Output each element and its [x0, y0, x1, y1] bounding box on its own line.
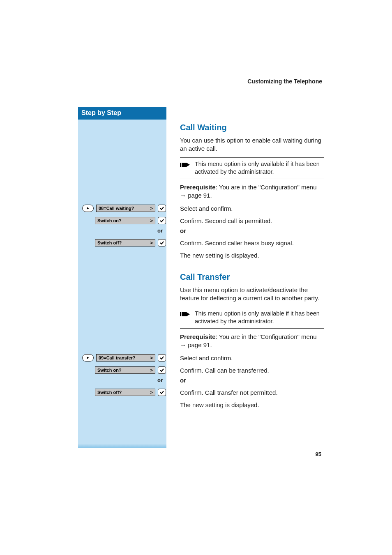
note-box: This menu option is only available if it…	[180, 307, 324, 329]
confirm-button[interactable]	[158, 217, 166, 224]
step-row: Switch on? >	[81, 216, 166, 225]
step-text: Select and confirm.	[180, 204, 324, 214]
chevron-icon: >	[150, 205, 153, 212]
phone-display: Switch on? >	[95, 366, 155, 374]
content-column: Call Waiting You can use this option to …	[180, 107, 324, 410]
phone-display: 08=Call waiting? >	[96, 205, 155, 212]
prereq-text: : You are in the "Configuration" menu	[216, 184, 317, 191]
sidebar-gradient	[78, 444, 166, 448]
prerequisite: Prerequisite: You are in the "Configurat…	[180, 181, 324, 204]
result-text: The new setting is displayed.	[180, 400, 324, 410]
step-row: 09=Call transfer? >	[81, 353, 166, 362]
note-text: This menu option is only available if it…	[195, 160, 324, 176]
step-row: Switch off? >	[81, 388, 166, 397]
note-arrow-icon	[180, 161, 191, 170]
svg-marker-7	[87, 357, 89, 359]
sidebar-title: Step by Step	[78, 107, 166, 120]
or-row: or	[81, 375, 166, 385]
result-text: The new setting is displayed.	[180, 251, 324, 260]
or-row: or	[81, 226, 166, 235]
step-row: Switch off? >	[81, 238, 166, 247]
chevron-icon: >	[150, 355, 153, 361]
arrow-icon: →	[180, 192, 186, 199]
section-title-call-transfer: Call Transfer	[180, 260, 324, 284]
confirm-button[interactable]	[158, 205, 166, 212]
confirm-button[interactable]	[158, 366, 166, 374]
prereq-text: : You are in the "Configuration" menu	[216, 333, 317, 340]
chevron-icon: >	[150, 240, 153, 246]
step-text: Confirm. Second caller hears busy signal…	[180, 238, 324, 248]
section-intro: Use this menu option to activate/deactiv…	[180, 284, 324, 305]
step-text: Confirm. Second call is permitted.	[180, 216, 324, 226]
chevron-icon: >	[150, 367, 153, 373]
confirm-button[interactable]	[158, 354, 166, 362]
confirm-button[interactable]	[158, 389, 166, 396]
step-row: Switch on? >	[81, 366, 166, 375]
prereq-ref: page 91.	[188, 341, 212, 348]
scroll-down-icon[interactable]	[82, 354, 94, 362]
step-text: Select and confirm.	[180, 353, 324, 363]
note-arrow-icon	[180, 311, 191, 320]
svg-marker-5	[183, 312, 190, 316]
note-text: This menu option is only available if it…	[195, 310, 324, 326]
display-text: 08=Call waiting?	[99, 205, 134, 212]
or-label: or	[81, 226, 166, 235]
phone-display: Switch off? >	[95, 239, 155, 246]
display-text: Switch off?	[97, 389, 122, 396]
display-text: 09=Call transfer?	[99, 355, 136, 361]
prereq-label: Prerequisite	[180, 333, 216, 340]
or-text: or	[180, 226, 324, 236]
display-text: Switch on?	[97, 217, 122, 224]
step-row: 08=Call waiting? >	[81, 204, 166, 213]
phone-display: Switch off? >	[95, 389, 155, 396]
prerequisite: Prerequisite: You are in the "Configurat…	[180, 330, 324, 354]
svg-rect-4	[182, 312, 183, 316]
running-head: Customizing the Telephone	[247, 78, 322, 85]
svg-rect-0	[180, 163, 181, 167]
page-number: 95	[316, 451, 321, 457]
note-box: This menu option is only available if it…	[180, 157, 324, 179]
arrow-icon: →	[180, 341, 186, 348]
step-text: Confirm. Call transfer not permitted.	[180, 388, 324, 398]
step-text: Confirm. Call can be transferred.	[180, 366, 324, 375]
chevron-icon: >	[150, 389, 153, 396]
section-title-call-waiting: Call Waiting	[180, 107, 324, 135]
svg-rect-1	[182, 163, 183, 167]
prereq-ref: page 91.	[188, 192, 212, 199]
prereq-label: Prerequisite	[180, 184, 216, 191]
scroll-down-icon[interactable]	[82, 205, 94, 212]
svg-marker-6	[87, 207, 89, 210]
chevron-icon: >	[150, 217, 153, 224]
display-text: Switch on?	[97, 367, 122, 373]
or-label: or	[81, 375, 166, 385]
page: Customizing the Telephone Step by Step C…	[0, 0, 392, 555]
confirm-button[interactable]	[158, 239, 166, 246]
section-intro: You can use this option to enable call w…	[180, 135, 324, 156]
or-text: or	[180, 375, 324, 385]
svg-marker-2	[183, 163, 190, 167]
display-text: Switch off?	[97, 240, 122, 246]
svg-rect-3	[180, 312, 181, 316]
phone-display: 09=Call transfer? >	[96, 354, 155, 362]
phone-display: Switch on? >	[95, 217, 155, 224]
header-rule	[78, 89, 322, 89]
